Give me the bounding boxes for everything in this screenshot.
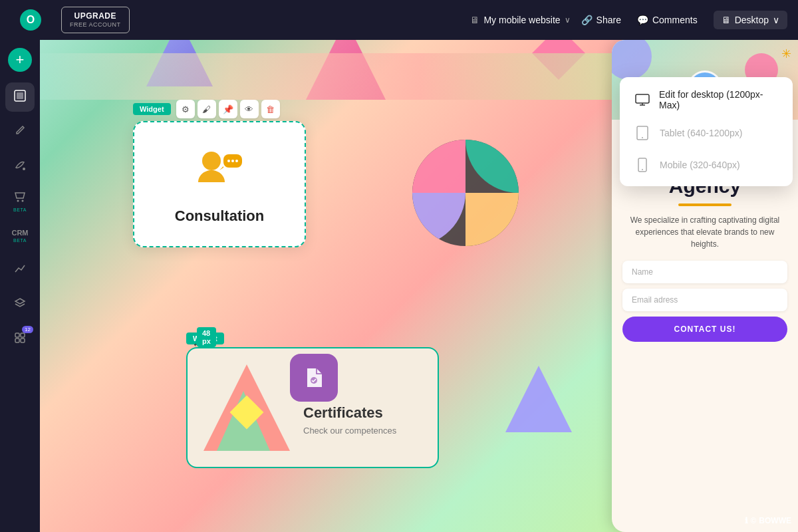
- shop-beta-label: BETA: [13, 207, 27, 212]
- sunburst-icon: ✳: [781, 47, 791, 61]
- widget-consultation: Widget ⚙ 🖌 📌 👁 🗑: [133, 100, 306, 247]
- desktop-icon: 🖥: [722, 15, 731, 25]
- apps-badge: 12: [22, 326, 33, 333]
- desktop-dropdown-label: Edit for desktop (1200px-Max): [659, 89, 779, 110]
- consultation-title: Consultation: [175, 207, 264, 225]
- dropdown-item-tablet[interactable]: Tablet (640-1200px): [620, 117, 793, 149]
- apps-icon: [13, 331, 27, 348]
- svg-rect-15: [636, 94, 649, 103]
- svg-rect-6: [21, 333, 25, 337]
- bowwe-cc-icon: ℹ: [745, 516, 748, 525]
- sidebar-item-crm[interactable]: CRM BETA: [5, 221, 35, 250]
- analytics-icon: [13, 262, 27, 279]
- widget-consultation-tag: Widget: [133, 103, 171, 115]
- layers-icon: [13, 297, 27, 313]
- widget-consultation-tools: ⚙ 🖌 📌 👁 🗑: [176, 100, 280, 118]
- cert-text-area: Certificates Check our competences: [303, 404, 422, 436]
- cert-container: 48 px ↔: [186, 347, 439, 468]
- widget-certificates-toolbar: Widget: [186, 332, 439, 344]
- header-right: 🔗 Share 💬 Comments 🖥 Desktop ∨: [581, 11, 787, 29]
- px-badge: 48 px: [197, 327, 216, 347]
- edit-icon: [13, 124, 27, 140]
- share-label: Share: [597, 15, 621, 25]
- sidebar-item-shop[interactable]: BETA: [5, 186, 35, 215]
- dropdown-item-desktop[interactable]: Edit for desktop (1200px-Max): [620, 82, 793, 117]
- svg-rect-1: [17, 92, 23, 99]
- bowwe-watermark: ℹ © BOWWE: [745, 516, 792, 525]
- bowwe-cc-2: ©: [751, 516, 757, 525]
- sidebar: + BETA CRM BETA: [0, 40, 40, 532]
- add-element-button[interactable]: +: [8, 48, 32, 72]
- consultation-card[interactable]: Consultation: [133, 121, 306, 247]
- main-area: + BETA CRM BETA: [0, 40, 798, 532]
- sidebar-item-edit[interactable]: [5, 117, 35, 146]
- add-icon: +: [16, 51, 25, 68]
- cert-artwork: [203, 364, 290, 451]
- sidebar-item-layers[interactable]: [5, 290, 35, 319]
- widget-paint-button[interactable]: 🖌: [198, 100, 216, 118]
- crm-label: CRM: [11, 229, 28, 237]
- preview-circle-1: [612, 40, 652, 80]
- widget-certificates: Widget 48 px ↔: [186, 332, 439, 468]
- widget-hide-button[interactable]: 👁: [240, 100, 259, 118]
- cert-title: Certificates: [303, 404, 422, 422]
- preview-contact-button[interactable]: CONTACT US!: [622, 317, 787, 342]
- svg-rect-8: [21, 338, 25, 342]
- sidebar-item-analytics[interactable]: [5, 255, 35, 285]
- svg-point-13: [235, 160, 238, 162]
- preview-description: We specialize in crafting captivating di…: [622, 214, 787, 250]
- widget-consultation-toolbar: Widget ⚙ 🖌 📌 👁 🗑: [133, 100, 306, 118]
- svg-point-9: [202, 152, 221, 170]
- site-tab-icon: 🖥: [470, 15, 479, 25]
- widget-delete-button[interactable]: 🗑: [261, 100, 280, 118]
- sidebar-item-apps[interactable]: 12: [5, 325, 35, 354]
- desktop-dropdown: Edit for desktop (1200px-Max) Tablet (64…: [620, 77, 793, 186]
- share-button[interactable]: 🔗 Share: [581, 15, 621, 25]
- svg-rect-5: [15, 333, 19, 337]
- certificates-card[interactable]: Certificates Check our competences: [186, 347, 439, 468]
- tablet-dropdown-icon: [633, 124, 652, 142]
- desktop-chevron-icon: ∨: [773, 15, 779, 25]
- tablet-dropdown-label: Tablet (640-1200px): [660, 128, 743, 138]
- logo-area: O: [11, 9, 51, 31]
- mobile-dropdown-icon: [633, 156, 652, 174]
- preview-name-input[interactable]: Name: [622, 261, 787, 283]
- upgrade-button[interactable]: UPGRADE FREE ACCOUNT: [61, 7, 130, 33]
- sidebar-item-paint[interactable]: [5, 152, 35, 181]
- site-name-dropdown[interactable]: 🖥 My mobile website ∨: [470, 15, 570, 25]
- crm-beta-label: BETA: [13, 238, 27, 243]
- mobile-dropdown-label: Mobile (320-640px): [660, 160, 740, 170]
- svg-point-2: [23, 168, 25, 170]
- bowwe-label: BOWWE: [759, 516, 791, 525]
- px-badge-area: 48 px ↔: [192, 338, 203, 352]
- site-chevron-icon: ∨: [565, 15, 571, 25]
- logo-icon: O: [20, 9, 41, 31]
- comments-label: Comments: [652, 15, 698, 25]
- cert-subtitle: Check our competences: [303, 426, 422, 436]
- comments-icon: 💬: [637, 15, 648, 25]
- header: O UPGRADE FREE ACCOUNT 🖥 My mobile websi…: [0, 0, 798, 40]
- dropdown-item-mobile[interactable]: Mobile (320-640px): [620, 149, 793, 181]
- preview-email-input[interactable]: Email adress: [622, 289, 787, 311]
- canvas[interactable]: Widget ⚙ 🖌 📌 👁 🗑: [40, 40, 798, 532]
- shop-icon: [13, 190, 27, 206]
- cert-file-icon-box: [290, 354, 338, 402]
- desktop-mode-button[interactable]: 🖥 Desktop ∨: [714, 11, 787, 29]
- svg-point-3: [17, 200, 19, 202]
- svg-point-19: [642, 169, 643, 170]
- widget-settings-button[interactable]: ⚙: [176, 100, 195, 118]
- widget-pin-button[interactable]: 📌: [219, 100, 237, 118]
- svg-rect-7: [15, 338, 19, 342]
- comments-button[interactable]: 💬 Comments: [637, 15, 698, 25]
- svg-point-17: [642, 137, 643, 138]
- sidebar-item-pages[interactable]: [5, 82, 35, 112]
- site-name: My mobile website: [483, 15, 560, 25]
- paint-icon: [13, 158, 27, 175]
- bg-triangle-bottom: [505, 366, 572, 432]
- sidebar-item-apps-wrap: 12: [5, 325, 35, 354]
- pages-icon: [13, 89, 27, 106]
- svg-point-4: [22, 200, 24, 202]
- consultation-icon: [193, 149, 246, 197]
- svg-point-12: [231, 160, 234, 162]
- share-icon: 🔗: [581, 15, 593, 25]
